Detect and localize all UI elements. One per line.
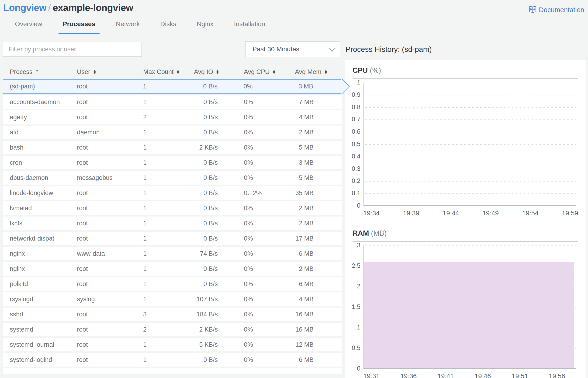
cell-process: cron — [10, 159, 77, 166]
sort-toggle-icon: ▲▼ — [93, 69, 96, 74]
column-header-user[interactable]: User▲▼ — [77, 68, 143, 76]
tab-processes[interactable]: Processes — [61, 20, 97, 34]
cell-avg-mem: 3 MB — [295, 159, 342, 166]
sort-toggle-icon: ▲▼ — [216, 69, 219, 74]
charts-card: CPU (%) 10.90.80.70.60.50.40.30.20.10 19… — [345, 60, 586, 378]
cell-avg-cpu: 0% — [244, 220, 295, 227]
column-header-process[interactable]: Process▲ — [10, 68, 77, 76]
table-row[interactable]: dbus-daemonmessagebus10 B/s0%5 MB — [3, 171, 342, 185]
table-row[interactable]: linode-longviewroot10 B/s0.12%35 MB — [3, 186, 342, 200]
cell-avg-io: 0 B/s — [194, 356, 244, 364]
cell-avg-cpu: 0% — [244, 250, 295, 257]
ram-chart-unit: (MB) — [371, 229, 386, 237]
table-row[interactable]: accounts-daemonroot10 B/s0%7 MB — [3, 95, 342, 109]
tab-network[interactable]: Network — [115, 20, 141, 34]
table-row[interactable]: systemdroot22 KB/s0%16 MB — [3, 323, 342, 336]
cell-avg-cpu: 0% — [244, 265, 295, 272]
table-row[interactable]: systemd-logindroot10 B/s0%6 MB — [3, 353, 342, 366]
cell-avg-io: 0 B/s — [194, 98, 244, 106]
cell-max-count: 1 — [143, 220, 194, 227]
table-row[interactable]: sshdroot3184 B/s0%16 MB — [3, 308, 342, 321]
cell-process: networkd-dispat — [10, 235, 77, 242]
table-row[interactable]: cronroot10 B/s0%3 MB — [3, 156, 342, 169]
table-header-row: Process▲User▲▼Max Count▲▼Avg IO▲▼Avg CPU… — [3, 65, 342, 79]
documentation-link[interactable]: Documentation — [528, 5, 584, 14]
process-filter-input[interactable] — [3, 42, 142, 57]
column-label: User — [77, 68, 90, 76]
column-header-avg-cpu[interactable]: Avg CPU▲▼ — [244, 68, 295, 76]
cell-avg-io: 0 B/s — [194, 220, 244, 227]
gridline — [365, 181, 576, 182]
breadcrumb-longview-link[interactable]: Longview — [3, 2, 46, 13]
cell-avg-mem: 6 MB — [295, 250, 342, 257]
cell-avg-cpu: 0% — [244, 326, 295, 333]
y-tick-label: 1 — [345, 324, 360, 331]
x-axis-baseline — [364, 368, 576, 369]
cell-max-count: 1 — [143, 250, 194, 257]
cell-max-count: 1 — [143, 83, 194, 90]
cell-user: www-data — [77, 250, 143, 257]
cell-user: root — [77, 220, 143, 227]
x-tick-label: 19:54 — [522, 210, 538, 217]
cell-user: messagebus — [77, 174, 143, 182]
cell-max-count: 2 — [143, 326, 194, 333]
tab-overview[interactable]: Overview — [13, 20, 44, 34]
table-row[interactable]: rsyslogdsyslog1107 B/s0%4 MB — [3, 292, 342, 306]
cell-process: lxcfs — [10, 220, 77, 227]
column-header-avg-io[interactable]: Avg IO▲▼ — [194, 68, 244, 76]
cell-process: rsyslogd — [10, 296, 77, 303]
gridline — [365, 193, 576, 194]
cell-avg-io: 0 B/s — [194, 265, 244, 272]
column-label: Avg IO — [194, 68, 213, 76]
cell-process: agetty — [10, 114, 77, 121]
table-row[interactable]: bashroot12 KB/s0%5 MB — [3, 141, 342, 154]
cell-avg-cpu: 0% — [244, 159, 295, 166]
cell-avg-cpu: 0% — [244, 174, 295, 182]
table-row[interactable]: lxcfsroot10 B/s0%2 MB — [3, 216, 342, 230]
time-range-select[interactable]: Past 30 Minutes — [245, 41, 340, 57]
ram-chart-section: RAM (MB) 32.521.510.50 19:3119:3619:4119… — [345, 223, 586, 378]
cell-process: systemd-logind — [10, 356, 77, 364]
table-row[interactable]: lvmetadroot10 B/s0%2 MB — [3, 201, 342, 215]
tab-installation[interactable]: Installation — [233, 20, 267, 34]
table-row[interactable]: networkd-dispatroot10 B/s0%17 MB — [3, 232, 342, 245]
chevron-down-icon — [329, 45, 335, 52]
y-tick-label: 0.5 — [345, 344, 360, 352]
ram-plot-area: 32.521.510.50 — [363, 245, 578, 369]
cell-avg-cpu: 0% — [244, 98, 295, 106]
cell-avg-mem: 4 MB — [295, 114, 342, 121]
x-tick-label: 19:59 — [562, 210, 578, 217]
column-header-avg-mem[interactable]: Avg Mem▲▼ — [295, 68, 342, 76]
cell-avg-cpu: 0% — [244, 311, 295, 318]
cell-avg-cpu: 0% — [244, 356, 295, 364]
table-row[interactable]: agettyroot20 B/s0%4 MB — [3, 110, 342, 124]
ram-chart-title: RAM — [353, 229, 369, 237]
cell-avg-mem: 5 MB — [295, 174, 342, 182]
table-row[interactable]: nginxwww-data174 B/s0%6 MB — [3, 247, 342, 260]
tab-nginx[interactable]: Nginx — [195, 20, 215, 34]
table-row-selected[interactable]: (sd-pam)root10 B/s0%3 MB — [3, 79, 342, 94]
table-row[interactable]: polkitdroot10 B/s0%6 MB — [3, 277, 342, 291]
tab-disks[interactable]: Disks — [159, 20, 178, 34]
cell-avg-io: 74 B/s — [194, 250, 244, 257]
table-row[interactable]: nginxroot10 B/s0%2 MB — [3, 262, 342, 276]
table-row[interactable]: atddaemon10 B/s0%2 MB — [3, 125, 342, 139]
cell-max-count: 3 — [143, 311, 194, 318]
cell-avg-mem: 16 MB — [295, 311, 342, 318]
table-row[interactable]: systemd-journalroot15 KB/s0%12 MB — [3, 338, 342, 351]
gridline — [365, 144, 576, 145]
cell-user: root — [77, 114, 143, 121]
column-header-max-count[interactable]: Max Count▲▼ — [143, 68, 194, 76]
y-tick-label: 2.5 — [345, 262, 360, 270]
cell-user: syslog — [77, 296, 143, 303]
column-label: Avg Mem — [295, 68, 321, 76]
cell-user: root — [77, 83, 143, 90]
cell-process: systemd-journal — [10, 341, 77, 348]
sort-toggle-icon: ▲▼ — [324, 69, 328, 74]
cell-avg-cpu: 0% — [244, 235, 295, 242]
cell-process: nginx — [10, 250, 77, 257]
x-tick-label: 19:44 — [443, 210, 459, 217]
table-body: (sd-pam)root10 B/s0%3 MBaccounts-daemonr… — [3, 79, 342, 366]
cell-avg-cpu: 0.12% — [244, 189, 295, 197]
time-range-value: Past 30 Minutes — [253, 45, 299, 53]
